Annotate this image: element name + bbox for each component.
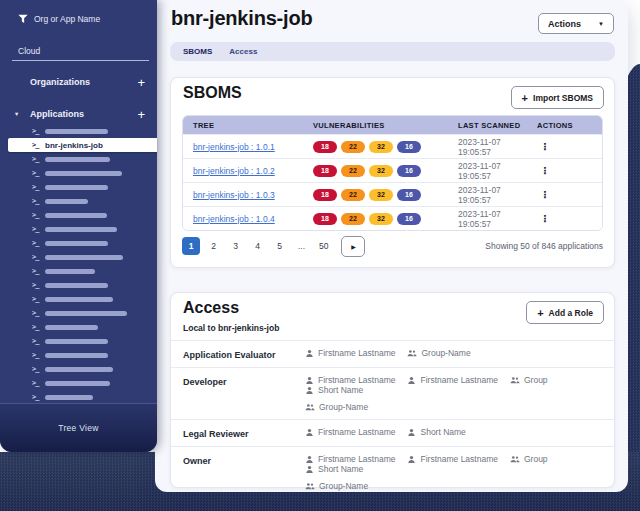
import-sboms-button[interactable]: + Import SBOMS	[511, 86, 604, 109]
sidebar-divider	[12, 60, 149, 61]
row-actions-menu[interactable]: ⋮	[527, 165, 602, 176]
skeleton-bar	[45, 157, 110, 162]
tree-item-skeleton[interactable]: >_	[0, 320, 157, 334]
skeleton-bar	[45, 213, 107, 218]
org-filter[interactable]: Org or App Name	[18, 14, 100, 24]
chevron-down-icon: ▾	[15, 110, 18, 118]
sidebar-item-cloud[interactable]: Cloud	[18, 46, 40, 56]
sidebar-item-organizations[interactable]: Organizations +	[0, 74, 157, 90]
page-button[interactable]: 5	[275, 241, 284, 251]
tree-item-skeleton[interactable]: >_	[0, 166, 157, 180]
person-icon	[305, 465, 314, 474]
member-line: Firstname LastnameGroup-Name	[305, 348, 602, 358]
page-button[interactable]: 2	[209, 241, 218, 251]
tree-item-skeleton[interactable]: >_	[0, 278, 157, 292]
terminal-prompt-icon: >_	[32, 281, 45, 289]
role-row: Legal ReviewerFirstname LastnameShort Na…	[171, 419, 614, 446]
sbom-tree-link[interactable]: bnr-jenkins-job : 1.0.1	[183, 142, 303, 152]
page-button[interactable]: 4	[253, 241, 262, 251]
page-button[interactable]: 50	[319, 241, 328, 251]
add-role-button[interactable]: + Add a Role	[526, 301, 604, 324]
tree-item-skeleton[interactable]: >_	[0, 236, 157, 250]
member-label: Firstname Lastname	[420, 375, 497, 385]
tree-item-skeleton[interactable]: >_	[0, 334, 157, 348]
member-person: Firstname Lastname	[305, 427, 395, 437]
member-group: Group	[510, 375, 548, 385]
sboms-card: SBOMS + Import SBOMS TREEVULNERABILITIES…	[170, 77, 615, 268]
actions-button[interactable]: Actions ▼	[538, 13, 614, 34]
sbom-tree-link[interactable]: bnr-jenkins-job : 1.0.3	[183, 190, 303, 200]
terminal-prompt-icon: >_	[32, 197, 45, 205]
tab-sboms[interactable]: SBOMS	[183, 47, 212, 56]
row-actions-menu[interactable]: ⋮	[527, 213, 602, 224]
skeleton-bar	[45, 311, 127, 316]
person-icon	[305, 376, 314, 385]
member-person: Firstname Lastname	[407, 375, 497, 385]
tree-item-skeleton[interactable]: >_	[0, 180, 157, 194]
next-page-button[interactable]: ▶	[341, 236, 365, 257]
tree-item-skeleton[interactable]: >_	[0, 362, 157, 376]
tree-item-skeleton[interactable]: >_	[0, 264, 157, 278]
terminal-prompt-icon: >_	[32, 267, 45, 275]
tree-item-skeleton[interactable]: >_	[0, 194, 157, 208]
filter-funnel-icon	[18, 14, 28, 24]
member-lines: Firstname LastnameGroup-Name	[305, 348, 602, 360]
vuln-badge-low: 16	[397, 213, 421, 225]
chevron-down-icon: ▼	[598, 21, 604, 27]
role-row: OwnerFirstname LastnameFirstname Lastnam…	[171, 446, 614, 498]
access-subtitle: Local to bnr-jenkins-job	[183, 323, 279, 333]
skeleton-bar	[45, 227, 117, 232]
skeleton-bar	[45, 381, 110, 386]
member-label: Short Name	[318, 464, 363, 474]
add-application-button[interactable]: +	[137, 108, 145, 121]
vulnerability-badges: 18223216	[303, 165, 448, 177]
group-icon	[510, 376, 520, 385]
row-actions-menu[interactable]: ⋮	[527, 189, 602, 200]
tree-item-skeleton[interactable]: >_	[0, 306, 157, 320]
tab-access[interactable]: Access	[229, 47, 257, 56]
tree-item-skeleton[interactable]: >_	[0, 222, 157, 236]
table-body: bnr-jenkins-job : 1.0.1182232162023-11-0…	[183, 134, 602, 230]
terminal-prompt-icon: >_	[32, 183, 45, 191]
skeleton-bar	[45, 255, 123, 260]
tree-item-skeleton[interactable]: >_	[0, 208, 157, 222]
sbom-tree-link[interactable]: bnr-jenkins-job : 1.0.4	[183, 214, 303, 224]
skeleton-bar	[45, 339, 108, 344]
last-scanned-value: 2023-11-07 19:05:57	[448, 137, 527, 157]
skeleton-bar	[45, 395, 93, 400]
add-organization-button[interactable]: +	[137, 76, 145, 89]
vuln-badge-critical: 18	[313, 165, 337, 177]
member-label: Group-Name	[421, 348, 470, 358]
tree-item-skeleton[interactable]: >_	[0, 124, 157, 138]
vuln-badge-high: 22	[341, 141, 365, 153]
tree-item-skeleton[interactable]: >_	[0, 348, 157, 362]
last-scanned-value: 2023-11-07 19:05:57	[448, 161, 527, 181]
tree-item-label: bnr-jenkins-job	[45, 141, 103, 150]
tree-item-skeleton[interactable]: >_	[0, 376, 157, 390]
skeleton-bar	[45, 297, 113, 302]
column-header: VULNERABILITIES	[303, 121, 448, 130]
table-row: bnr-jenkins-job : 1.0.3182232162023-11-0…	[183, 182, 602, 206]
last-scanned-value: 2023-11-07 19:05:57	[448, 185, 527, 205]
tree-item-skeleton[interactable]: >_	[0, 152, 157, 166]
tree-item-selected[interactable]: >_bnr-jenkins-job	[8, 138, 157, 152]
tree-item-skeleton[interactable]: >_	[0, 292, 157, 306]
sboms-title: SBOMS	[183, 84, 242, 102]
page-button[interactable]: 1	[182, 237, 200, 255]
organizations-label: Organizations	[30, 77, 90, 87]
member-person: Firstname Lastname	[305, 454, 395, 464]
tree-item-skeleton[interactable]: >_	[0, 250, 157, 264]
terminal-prompt-icon: >_	[32, 253, 45, 261]
skeleton-bar	[45, 269, 95, 274]
page-button[interactable]: 3	[231, 241, 240, 251]
sbom-tree-link[interactable]: bnr-jenkins-job : 1.0.2	[183, 166, 303, 176]
sidebar-item-applications[interactable]: ▾ Applications +	[0, 106, 157, 122]
vuln-badge-medium: 32	[369, 165, 393, 177]
member-label: Firstname Lastname	[420, 454, 497, 464]
row-actions-menu[interactable]: ⋮	[527, 141, 602, 152]
vuln-badge-medium: 32	[369, 213, 393, 225]
tree-item-skeleton[interactable]: >_	[0, 390, 157, 404]
terminal-prompt-icon: >_	[32, 127, 45, 135]
role-row: Application EvaluatorFirstname LastnameG…	[171, 340, 614, 367]
sidebar-footer[interactable]: Tree View	[0, 403, 157, 452]
